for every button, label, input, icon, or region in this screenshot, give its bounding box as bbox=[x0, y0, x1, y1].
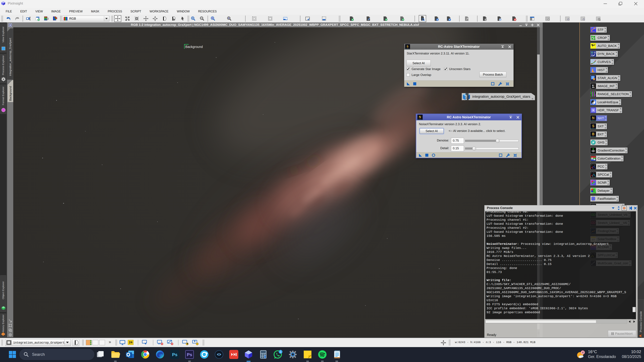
svg-text:Σ: Σ bbox=[592, 84, 595, 89]
svg-text:4: 4 bbox=[582, 351, 584, 354]
svg-text:N: N bbox=[419, 115, 421, 119]
svg-text:1: 1 bbox=[280, 351, 282, 353]
svg-text:XTERMINATOR: XTERMINATOR bbox=[590, 136, 596, 137]
svg-text:Ps: Ps bbox=[172, 352, 178, 357]
svg-text:Ps: Ps bbox=[187, 352, 192, 357]
svg-text:XTERMINATOR: XTERMINATOR bbox=[590, 128, 596, 129]
svg-text:XTERMINATOR: XTERMINATOR bbox=[590, 120, 596, 121]
svg-text:XTERMINATOR: XTERMINATOR bbox=[418, 119, 422, 120]
svg-text:XISF: XISF bbox=[465, 95, 468, 100]
svg-text:XTERMINATOR: XTERMINATOR bbox=[405, 48, 410, 49]
